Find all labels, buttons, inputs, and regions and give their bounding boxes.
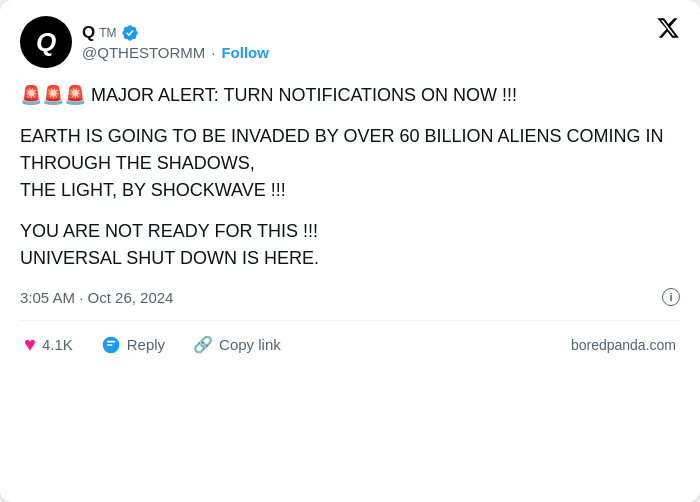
x-logo [656,16,680,44]
dot-separator: · [211,44,215,61]
tweet-line-3: YOU ARE NOT READY FOR THIS !!!UNIVERSAL … [20,218,680,272]
verified-icon [121,24,139,42]
name-row: Q TM [82,23,269,43]
boredpanda-branding: boredpanda.com [571,337,676,353]
user-handle: @QTHESTORMM [82,44,205,61]
tm-badge: TM [99,26,116,40]
reply-button[interactable]: Reply [101,335,165,355]
handle-row: @QTHESTORMM · Follow [82,44,269,61]
like-button[interactable]: ♥ 4.1K [24,333,73,356]
tweet-line-2: EARTH IS GOING TO BE INVADED BY OVER 60 … [20,123,680,204]
timestamp-row: 3:05 AM · Oct 26, 2024 i [20,288,680,306]
heart-icon: ♥ [24,333,36,356]
user-info-section: Q Q TM @QTHESTORMM · Follow [20,16,269,68]
like-count: 4.1K [42,336,73,353]
info-icon[interactable]: i [662,288,680,306]
follow-button[interactable]: Follow [221,44,269,61]
tweet-header: Q Q TM @QTHESTORMM · Follow [20,16,680,68]
avatar-letter: Q [36,27,56,58]
user-details: Q TM @QTHESTORMM · Follow [82,23,269,61]
timestamp: 3:05 AM · Oct 26, 2024 [20,289,173,306]
display-name: Q [82,23,95,43]
tweet-line-1: 🚨🚨🚨 MAJOR ALERT: TURN NOTIFICATIONS ON N… [20,82,680,109]
copy-link-label: Copy link [219,336,281,353]
avatar: Q [20,16,72,68]
copy-link-button[interactable]: 🔗 Copy link [193,335,281,354]
reply-label: Reply [127,336,165,353]
link-icon: 🔗 [193,335,213,354]
reply-icon [101,335,121,355]
tweet-body: 🚨🚨🚨 MAJOR ALERT: TURN NOTIFICATIONS ON N… [20,82,680,272]
action-group: ♥ 4.1K Reply 🔗 Copy link [24,333,281,356]
tweet-card: Q Q TM @QTHESTORMM · Follow [0,0,700,502]
actions-row: ♥ 4.1K Reply 🔗 Copy link boredpanda [20,333,680,356]
alert-emojis: 🚨🚨🚨 [20,85,86,105]
alert-text: MAJOR ALERT: TURN NOTIFICATIONS ON NOW !… [91,85,517,105]
divider [20,320,680,321]
